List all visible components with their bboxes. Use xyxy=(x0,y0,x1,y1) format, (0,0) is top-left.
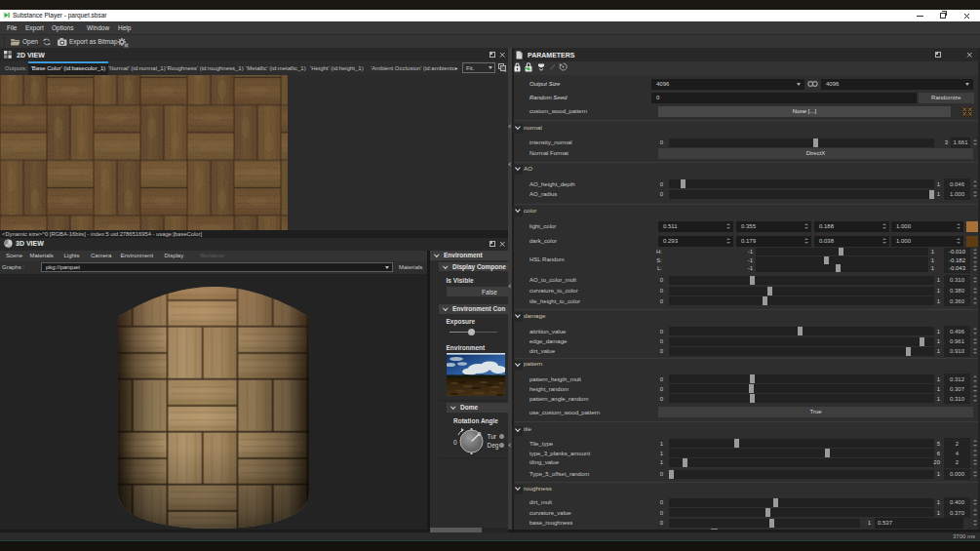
svg-text:0: 0 xyxy=(453,439,457,446)
